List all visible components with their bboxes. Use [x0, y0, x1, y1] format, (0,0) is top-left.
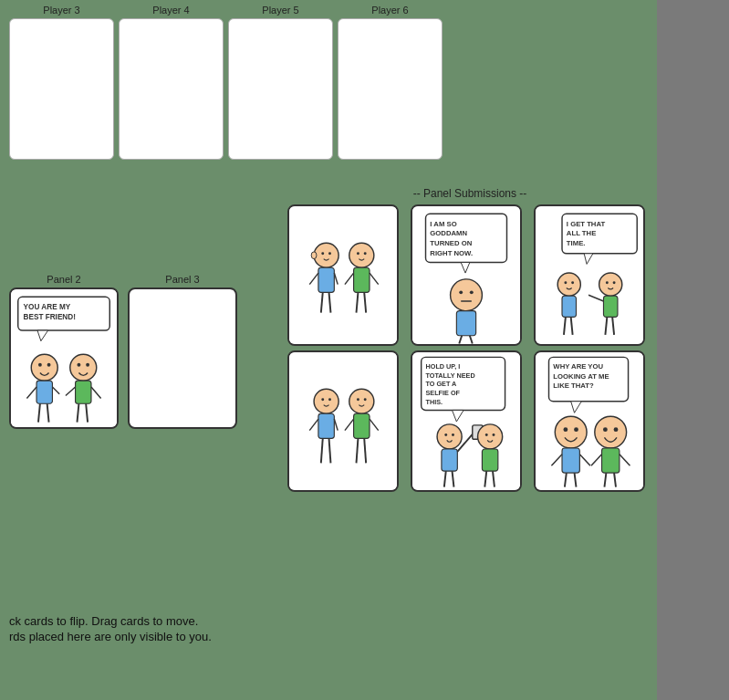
svg-point-105 — [603, 427, 608, 432]
svg-text:SELFIE OF: SELFIE OF — [426, 389, 461, 397]
submission-card-3[interactable]: I GET THAT ALL THE TIME. — [534, 204, 645, 346]
svg-text:ALL THE: ALL THE — [567, 229, 596, 237]
submission-card-2[interactable]: I AM SO GODDAMN TURNED ON RIGHT NOW. — [411, 204, 522, 346]
svg-text:TURNED ON: TURNED ON — [430, 239, 472, 247]
svg-rect-47 — [603, 296, 617, 317]
svg-point-62 — [364, 398, 367, 401]
svg-rect-107 — [602, 448, 620, 473]
svg-point-98 — [574, 427, 578, 432]
svg-point-126 — [78, 363, 81, 367]
player3-label: Player 3 — [43, 5, 79, 16]
player5-label: Player 5 — [262, 5, 298, 16]
svg-point-118 — [38, 363, 42, 367]
svg-point-78 — [452, 434, 454, 436]
submission-card-1[interactable] — [287, 204, 399, 346]
player6-card-area[interactable] — [338, 18, 443, 160]
svg-text:I GET THAT: I GET THAT — [567, 220, 606, 228]
svg-point-104 — [595, 416, 627, 448]
svg-point-84 — [478, 424, 503, 449]
comic-svg-6: WHY ARE YOU LOOKING AT ME LIKE THAT? — [536, 352, 643, 490]
comic-svg-1 — [289, 206, 397, 344]
panel3-slot: Panel 3 — [128, 274, 237, 429]
submission-card-5[interactable]: HOLD UP, I TOTALLY NEED TO GET A SELFIE … — [411, 350, 522, 492]
svg-rect-55 — [318, 413, 334, 438]
svg-point-25 — [451, 279, 483, 311]
svg-point-106 — [614, 427, 619, 432]
svg-point-10 — [349, 243, 374, 267]
instruction-line2: rds placed here are only visible to you. — [9, 630, 212, 643]
svg-point-54 — [328, 398, 331, 401]
comic-svg-2: I AM SO GODDAMN TURNED ON RIGHT NOW. — [412, 206, 520, 344]
player6-slot: Player 6 — [338, 5, 443, 160]
svg-rect-29 — [456, 311, 475, 336]
svg-point-4 — [311, 252, 317, 259]
players-row: Player 3 Player 4 Player 5 Player 6 — [0, 0, 657, 164]
svg-rect-79 — [442, 449, 457, 471]
svg-point-52 — [314, 389, 338, 413]
svg-rect-5 — [318, 267, 334, 292]
svg-rect-128 — [76, 381, 91, 403]
player4-card-area[interactable] — [119, 18, 224, 160]
svg-point-12 — [364, 252, 367, 255]
panel2-slot: Panel 2 YOU ARE MY BEST FRIEND! — [9, 274, 119, 429]
player4-slot: Player 4 — [119, 5, 224, 160]
svg-text:TOTALLY NEED: TOTALLY NEED — [426, 371, 475, 380]
svg-rect-51 — [289, 353, 397, 490]
panel3-card[interactable] — [128, 287, 237, 429]
player3-slot: Player 3 — [9, 5, 114, 160]
submission-card-6[interactable]: WHY ARE YOU LOOKING AT ME LIKE THAT? — [534, 350, 645, 492]
svg-text:BEST FRIEND!: BEST FRIEND! — [24, 313, 76, 321]
instruction-line1: ck cards to flip. Drag cards to move. — [9, 614, 212, 628]
svg-text:TO GET A: TO GET A — [426, 380, 458, 388]
svg-point-27 — [470, 290, 474, 294]
svg-point-117 — [31, 354, 57, 381]
submission-card-4[interactable] — [287, 350, 399, 492]
svg-text:GODDAMN: GODDAMN — [430, 229, 467, 237]
svg-point-46 — [613, 281, 616, 284]
panel-submissions-area: -- Panel Submissions -- — [287, 187, 652, 492]
svg-text:RIGHT NOW.: RIGHT NOW. — [430, 249, 473, 257]
svg-point-45 — [606, 281, 609, 284]
svg-point-2 — [321, 252, 324, 255]
comic-svg-4 — [289, 352, 397, 490]
panel2-label: Panel 2 — [47, 274, 80, 285]
svg-point-26 — [459, 290, 463, 294]
svg-point-38 — [557, 273, 580, 296]
player6-label: Player 6 — [371, 5, 408, 16]
panel-submissions-label: -- Panel Submissions -- — [287, 187, 652, 200]
svg-point-40 — [571, 281, 574, 284]
player5-slot: Player 5 — [228, 5, 333, 160]
svg-point-97 — [563, 427, 568, 432]
main-game-area: Player 3 Player 4 Player 5 Player 6 -- P… — [0, 0, 657, 700]
player5-card-area[interactable] — [228, 18, 333, 160]
svg-rect-13 — [354, 267, 370, 292]
svg-point-44 — [599, 273, 622, 296]
submissions-grid: I AM SO GODDAMN TURNED ON RIGHT NOW. — [287, 204, 652, 492]
svg-point-76 — [437, 424, 462, 449]
svg-point-127 — [86, 363, 89, 367]
svg-rect-87 — [482, 449, 497, 471]
svg-text:HOLD UP, I: HOLD UP, I — [426, 362, 461, 371]
panel2-comic: YOU ARE MY BEST FRIEND! — [11, 289, 117, 427]
svg-point-11 — [357, 252, 359, 255]
svg-point-61 — [357, 398, 359, 401]
panel2-card[interactable]: YOU ARE MY BEST FRIEND! — [9, 287, 119, 429]
svg-point-86 — [493, 434, 495, 436]
svg-rect-120 — [36, 381, 52, 403]
svg-rect-0 — [289, 207, 397, 344]
player3-card-area[interactable] — [9, 18, 114, 160]
svg-point-39 — [564, 281, 567, 284]
svg-point-119 — [47, 363, 51, 367]
svg-text:LIKE THAT?: LIKE THAT? — [553, 381, 594, 390]
instructions-area: ck cards to flip. Drag cards to move. rd… — [9, 614, 212, 645]
side-panel — [657, 0, 729, 700]
svg-text:WHY ARE YOU: WHY ARE YOU — [553, 362, 603, 371]
player4-label: Player 4 — [152, 5, 189, 16]
svg-point-96 — [555, 416, 587, 448]
svg-point-77 — [444, 434, 447, 436]
svg-rect-41 — [562, 296, 576, 317]
svg-point-125 — [70, 354, 97, 381]
svg-rect-99 — [562, 448, 579, 473]
comic-svg-3: I GET THAT ALL THE TIME. — [536, 206, 643, 344]
svg-point-53 — [321, 398, 324, 401]
